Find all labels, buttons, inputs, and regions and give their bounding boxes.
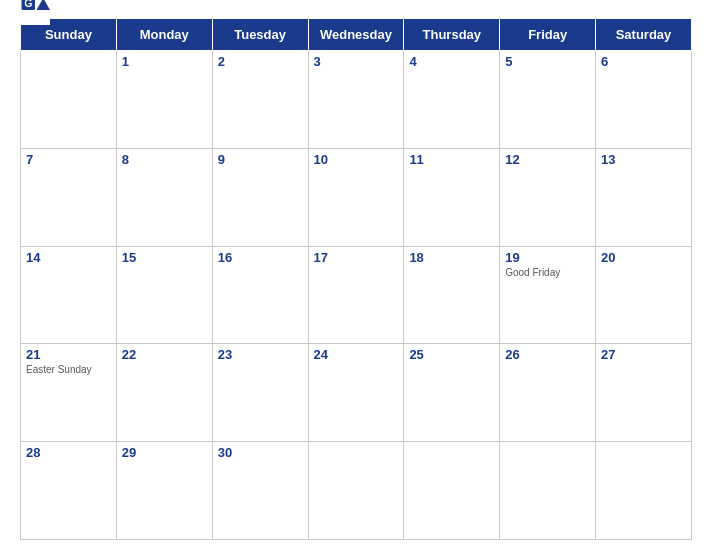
day-number: 17 [314, 250, 399, 265]
day-number: 20 [601, 250, 686, 265]
calendar-cell: 30 [212, 442, 308, 540]
day-number: 13 [601, 152, 686, 167]
day-number: 29 [122, 445, 207, 460]
calendar-cell: 3 [308, 51, 404, 149]
day-number: 11 [409, 152, 494, 167]
day-number: 3 [314, 54, 399, 69]
calendar-cell: 12 [500, 148, 596, 246]
day-number: 7 [26, 152, 111, 167]
holiday-label: Easter Sunday [26, 364, 111, 375]
day-number: 19 [505, 250, 590, 265]
days-of-week-row: SundayMondayTuesdayWednesdayThursdayFrid… [21, 19, 692, 51]
week-row-1: 123456 [21, 51, 692, 149]
day-header-tuesday: Tuesday [212, 19, 308, 51]
day-number: 9 [218, 152, 303, 167]
calendar-cell [404, 442, 500, 540]
calendar-cell [308, 442, 404, 540]
day-number: 6 [601, 54, 686, 69]
calendar-cell: 17 [308, 246, 404, 344]
day-number: 18 [409, 250, 494, 265]
day-number: 16 [218, 250, 303, 265]
day-number: 30 [218, 445, 303, 460]
calendar-cell: 27 [596, 344, 692, 442]
day-number: 12 [505, 152, 590, 167]
day-number: 14 [26, 250, 111, 265]
day-number: 4 [409, 54, 494, 69]
logo: G [20, 0, 54, 25]
calendar-table: SundayMondayTuesdayWednesdayThursdayFrid… [20, 18, 692, 540]
calendar-cell [500, 442, 596, 540]
calendar-cell: 24 [308, 344, 404, 442]
day-header-saturday: Saturday [596, 19, 692, 51]
day-header-friday: Friday [500, 19, 596, 51]
calendar-cell: 7 [21, 148, 117, 246]
calendar-cell: 14 [21, 246, 117, 344]
week-row-2: 78910111213 [21, 148, 692, 246]
day-number: 15 [122, 250, 207, 265]
day-header-thursday: Thursday [404, 19, 500, 51]
calendar-cell [596, 442, 692, 540]
calendar-cell: 11 [404, 148, 500, 246]
calendar-cell: 29 [116, 442, 212, 540]
calendar-cell: 20 [596, 246, 692, 344]
day-number: 26 [505, 347, 590, 362]
calendar-cell: 13 [596, 148, 692, 246]
calendar-cell: 25 [404, 344, 500, 442]
day-number: 1 [122, 54, 207, 69]
day-number: 8 [122, 152, 207, 167]
calendar-cell: 22 [116, 344, 212, 442]
calendar-cell: 19Good Friday [500, 246, 596, 344]
day-number: 5 [505, 54, 590, 69]
calendar-cell: 15 [116, 246, 212, 344]
svg-text:G: G [24, 0, 32, 9]
calendar-cell: 2 [212, 51, 308, 149]
week-row-3: 141516171819Good Friday20 [21, 246, 692, 344]
week-row-5: 282930 [21, 442, 692, 540]
day-number: 24 [314, 347, 399, 362]
holiday-label: Good Friday [505, 267, 590, 278]
calendar-cell: 10 [308, 148, 404, 246]
day-number: 23 [218, 347, 303, 362]
day-header-wednesday: Wednesday [308, 19, 404, 51]
calendar-cell: 26 [500, 344, 596, 442]
calendar-cell: 6 [596, 51, 692, 149]
day-number: 28 [26, 445, 111, 460]
calendar-cell [21, 51, 117, 149]
day-number: 21 [26, 347, 111, 362]
week-row-4: 21Easter Sunday222324252627 [21, 344, 692, 442]
day-number: 10 [314, 152, 399, 167]
calendar-cell: 9 [212, 148, 308, 246]
calendar-cell: 16 [212, 246, 308, 344]
calendar-cell: 21Easter Sunday [21, 344, 117, 442]
day-header-monday: Monday [116, 19, 212, 51]
day-number: 2 [218, 54, 303, 69]
calendar-cell: 8 [116, 148, 212, 246]
calendar-cell: 1 [116, 51, 212, 149]
calendar-cell: 4 [404, 51, 500, 149]
day-number: 22 [122, 347, 207, 362]
day-number: 25 [409, 347, 494, 362]
calendar-cell: 18 [404, 246, 500, 344]
calendar-cell: 5 [500, 51, 596, 149]
calendar-cell: 23 [212, 344, 308, 442]
calendar-cell: 28 [21, 442, 117, 540]
day-number: 27 [601, 347, 686, 362]
